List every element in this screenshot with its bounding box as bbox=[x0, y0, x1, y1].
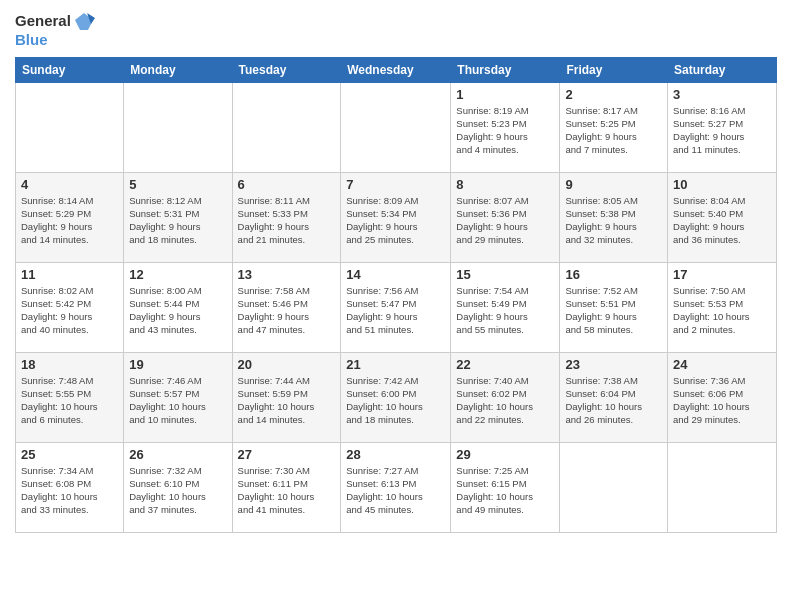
calendar-week-row: 1Sunrise: 8:19 AM Sunset: 5:23 PM Daylig… bbox=[16, 82, 777, 172]
day-number: 19 bbox=[129, 357, 226, 372]
calendar-cell: 22Sunrise: 7:40 AM Sunset: 6:02 PM Dayli… bbox=[451, 352, 560, 442]
calendar-cell: 19Sunrise: 7:46 AM Sunset: 5:57 PM Dayli… bbox=[124, 352, 232, 442]
calendar-cell bbox=[124, 82, 232, 172]
day-info: Sunrise: 7:38 AM Sunset: 6:04 PM Dayligh… bbox=[565, 374, 662, 427]
calendar-cell: 10Sunrise: 8:04 AM Sunset: 5:40 PM Dayli… bbox=[668, 172, 777, 262]
calendar-cell: 20Sunrise: 7:44 AM Sunset: 5:59 PM Dayli… bbox=[232, 352, 341, 442]
calendar-cell: 3Sunrise: 8:16 AM Sunset: 5:27 PM Daylig… bbox=[668, 82, 777, 172]
column-header-friday: Friday bbox=[560, 57, 668, 82]
calendar-cell bbox=[16, 82, 124, 172]
calendar-table: SundayMondayTuesdayWednesdayThursdayFrid… bbox=[15, 57, 777, 533]
calendar-cell: 16Sunrise: 7:52 AM Sunset: 5:51 PM Dayli… bbox=[560, 262, 668, 352]
day-number: 8 bbox=[456, 177, 554, 192]
day-number: 20 bbox=[238, 357, 336, 372]
calendar-cell: 2Sunrise: 8:17 AM Sunset: 5:25 PM Daylig… bbox=[560, 82, 668, 172]
day-info: Sunrise: 8:11 AM Sunset: 5:33 PM Dayligh… bbox=[238, 194, 336, 247]
day-info: Sunrise: 7:44 AM Sunset: 5:59 PM Dayligh… bbox=[238, 374, 336, 427]
day-number: 23 bbox=[565, 357, 662, 372]
page-container: General Blue SundayMondayTuesdayWednesda… bbox=[0, 0, 792, 543]
day-number: 13 bbox=[238, 267, 336, 282]
column-header-monday: Monday bbox=[124, 57, 232, 82]
calendar-cell: 21Sunrise: 7:42 AM Sunset: 6:00 PM Dayli… bbox=[341, 352, 451, 442]
calendar-week-row: 4Sunrise: 8:14 AM Sunset: 5:29 PM Daylig… bbox=[16, 172, 777, 262]
day-number: 7 bbox=[346, 177, 445, 192]
day-info: Sunrise: 7:52 AM Sunset: 5:51 PM Dayligh… bbox=[565, 284, 662, 337]
day-number: 4 bbox=[21, 177, 118, 192]
day-info: Sunrise: 8:09 AM Sunset: 5:34 PM Dayligh… bbox=[346, 194, 445, 247]
day-info: Sunrise: 8:19 AM Sunset: 5:23 PM Dayligh… bbox=[456, 104, 554, 157]
logo-bird-icon bbox=[73, 10, 95, 32]
day-number: 21 bbox=[346, 357, 445, 372]
calendar-cell: 8Sunrise: 8:07 AM Sunset: 5:36 PM Daylig… bbox=[451, 172, 560, 262]
day-number: 26 bbox=[129, 447, 226, 462]
day-number: 9 bbox=[565, 177, 662, 192]
day-info: Sunrise: 8:16 AM Sunset: 5:27 PM Dayligh… bbox=[673, 104, 771, 157]
day-info: Sunrise: 7:46 AM Sunset: 5:57 PM Dayligh… bbox=[129, 374, 226, 427]
day-info: Sunrise: 8:02 AM Sunset: 5:42 PM Dayligh… bbox=[21, 284, 118, 337]
calendar-cell: 24Sunrise: 7:36 AM Sunset: 6:06 PM Dayli… bbox=[668, 352, 777, 442]
calendar-cell: 23Sunrise: 7:38 AM Sunset: 6:04 PM Dayli… bbox=[560, 352, 668, 442]
calendar-cell: 6Sunrise: 8:11 AM Sunset: 5:33 PM Daylig… bbox=[232, 172, 341, 262]
page-header: General Blue bbox=[15, 10, 777, 49]
logo: General Blue bbox=[15, 10, 95, 49]
day-info: Sunrise: 7:56 AM Sunset: 5:47 PM Dayligh… bbox=[346, 284, 445, 337]
day-info: Sunrise: 7:48 AM Sunset: 5:55 PM Dayligh… bbox=[21, 374, 118, 427]
day-number: 2 bbox=[565, 87, 662, 102]
day-number: 17 bbox=[673, 267, 771, 282]
day-info: Sunrise: 8:00 AM Sunset: 5:44 PM Dayligh… bbox=[129, 284, 226, 337]
day-number: 11 bbox=[21, 267, 118, 282]
day-number: 25 bbox=[21, 447, 118, 462]
calendar-week-row: 18Sunrise: 7:48 AM Sunset: 5:55 PM Dayli… bbox=[16, 352, 777, 442]
day-info: Sunrise: 7:54 AM Sunset: 5:49 PM Dayligh… bbox=[456, 284, 554, 337]
day-number: 5 bbox=[129, 177, 226, 192]
day-info: Sunrise: 7:32 AM Sunset: 6:10 PM Dayligh… bbox=[129, 464, 226, 517]
calendar-cell: 15Sunrise: 7:54 AM Sunset: 5:49 PM Dayli… bbox=[451, 262, 560, 352]
day-info: Sunrise: 7:25 AM Sunset: 6:15 PM Dayligh… bbox=[456, 464, 554, 517]
day-number: 15 bbox=[456, 267, 554, 282]
day-info: Sunrise: 8:05 AM Sunset: 5:38 PM Dayligh… bbox=[565, 194, 662, 247]
calendar-cell: 26Sunrise: 7:32 AM Sunset: 6:10 PM Dayli… bbox=[124, 442, 232, 532]
calendar-cell: 11Sunrise: 8:02 AM Sunset: 5:42 PM Dayli… bbox=[16, 262, 124, 352]
day-number: 27 bbox=[238, 447, 336, 462]
calendar-cell: 13Sunrise: 7:58 AM Sunset: 5:46 PM Dayli… bbox=[232, 262, 341, 352]
calendar-cell bbox=[341, 82, 451, 172]
day-number: 3 bbox=[673, 87, 771, 102]
calendar-cell: 29Sunrise: 7:25 AM Sunset: 6:15 PM Dayli… bbox=[451, 442, 560, 532]
day-info: Sunrise: 7:58 AM Sunset: 5:46 PM Dayligh… bbox=[238, 284, 336, 337]
column-header-thursday: Thursday bbox=[451, 57, 560, 82]
calendar-cell bbox=[560, 442, 668, 532]
logo-text: General Blue bbox=[15, 10, 95, 49]
day-info: Sunrise: 7:36 AM Sunset: 6:06 PM Dayligh… bbox=[673, 374, 771, 427]
calendar-cell: 7Sunrise: 8:09 AM Sunset: 5:34 PM Daylig… bbox=[341, 172, 451, 262]
day-info: Sunrise: 7:50 AM Sunset: 5:53 PM Dayligh… bbox=[673, 284, 771, 337]
calendar-cell: 18Sunrise: 7:48 AM Sunset: 5:55 PM Dayli… bbox=[16, 352, 124, 442]
column-header-sunday: Sunday bbox=[16, 57, 124, 82]
day-info: Sunrise: 7:27 AM Sunset: 6:13 PM Dayligh… bbox=[346, 464, 445, 517]
day-number: 28 bbox=[346, 447, 445, 462]
day-number: 29 bbox=[456, 447, 554, 462]
calendar-cell: 25Sunrise: 7:34 AM Sunset: 6:08 PM Dayli… bbox=[16, 442, 124, 532]
calendar-header-row: SundayMondayTuesdayWednesdayThursdayFrid… bbox=[16, 57, 777, 82]
day-number: 6 bbox=[238, 177, 336, 192]
calendar-cell: 5Sunrise: 8:12 AM Sunset: 5:31 PM Daylig… bbox=[124, 172, 232, 262]
day-number: 1 bbox=[456, 87, 554, 102]
column-header-tuesday: Tuesday bbox=[232, 57, 341, 82]
day-number: 10 bbox=[673, 177, 771, 192]
calendar-cell bbox=[232, 82, 341, 172]
day-info: Sunrise: 7:30 AM Sunset: 6:11 PM Dayligh… bbox=[238, 464, 336, 517]
day-info: Sunrise: 7:42 AM Sunset: 6:00 PM Dayligh… bbox=[346, 374, 445, 427]
calendar-cell: 28Sunrise: 7:27 AM Sunset: 6:13 PM Dayli… bbox=[341, 442, 451, 532]
day-number: 14 bbox=[346, 267, 445, 282]
calendar-cell: 17Sunrise: 7:50 AM Sunset: 5:53 PM Dayli… bbox=[668, 262, 777, 352]
calendar-week-row: 11Sunrise: 8:02 AM Sunset: 5:42 PM Dayli… bbox=[16, 262, 777, 352]
column-header-wednesday: Wednesday bbox=[341, 57, 451, 82]
day-info: Sunrise: 7:40 AM Sunset: 6:02 PM Dayligh… bbox=[456, 374, 554, 427]
day-number: 12 bbox=[129, 267, 226, 282]
calendar-cell: 1Sunrise: 8:19 AM Sunset: 5:23 PM Daylig… bbox=[451, 82, 560, 172]
day-info: Sunrise: 8:17 AM Sunset: 5:25 PM Dayligh… bbox=[565, 104, 662, 157]
calendar-cell bbox=[668, 442, 777, 532]
day-number: 24 bbox=[673, 357, 771, 372]
calendar-week-row: 25Sunrise: 7:34 AM Sunset: 6:08 PM Dayli… bbox=[16, 442, 777, 532]
day-number: 22 bbox=[456, 357, 554, 372]
calendar-cell: 9Sunrise: 8:05 AM Sunset: 5:38 PM Daylig… bbox=[560, 172, 668, 262]
